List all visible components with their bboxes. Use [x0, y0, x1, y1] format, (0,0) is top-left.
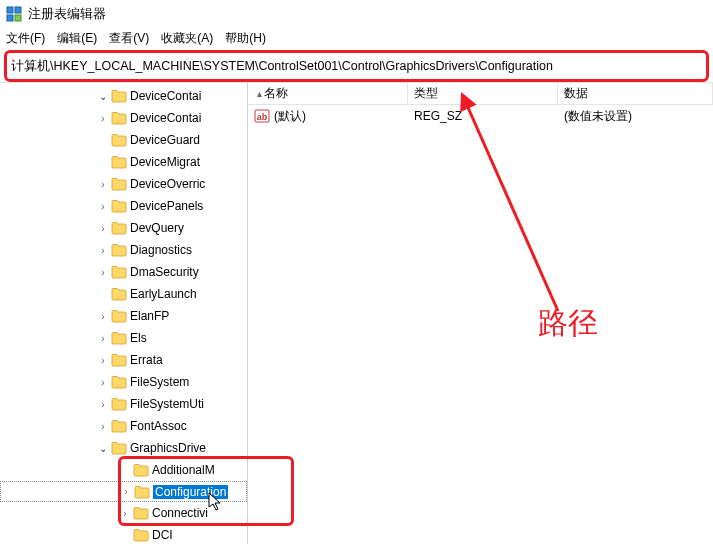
chevron-right-icon[interactable]: ›: [96, 355, 110, 366]
tree-item-earlylaunch[interactable]: ›EarlyLaunch: [0, 283, 247, 305]
values-pane[interactable]: ▴ 名称 类型 数据 ab (默认) REG_SZ (数值未设: [248, 83, 713, 544]
tree-item-label: GraphicsDrive: [130, 441, 206, 455]
menu-edit[interactable]: 编辑(E): [57, 30, 97, 47]
column-header-type[interactable]: 类型: [408, 83, 558, 104]
menu-favorites[interactable]: 收藏夹(A): [161, 30, 213, 47]
chevron-right-icon[interactable]: ›: [96, 399, 110, 410]
value-row[interactable]: ab (默认) REG_SZ (数值未设置): [248, 105, 713, 127]
value-name-cell: ab (默认): [248, 108, 408, 125]
string-value-icon: ab: [254, 108, 270, 124]
tree-item-filesystem[interactable]: ›FileSystem: [0, 371, 247, 393]
folder-icon: [133, 463, 149, 477]
folder-icon: [111, 155, 127, 169]
tree-item-fontassoc[interactable]: ›FontAssoc: [0, 415, 247, 437]
annotation-label: 路径: [538, 303, 598, 344]
tree-item-diagnostics[interactable]: ›Diagnostics: [0, 239, 247, 261]
folder-icon: [111, 441, 127, 455]
tree-item-deviceoverric[interactable]: ›DeviceOverric: [0, 173, 247, 195]
tree-item-deviceguard[interactable]: ›DeviceGuard: [0, 129, 247, 151]
chevron-right-icon[interactable]: ›: [118, 508, 132, 519]
folder-icon: [111, 375, 127, 389]
address-bar[interactable]: 计算机\HKEY_LOCAL_MACHINE\SYSTEM\ControlSet…: [11, 58, 702, 75]
folder-icon: [111, 287, 127, 301]
chevron-right-icon[interactable]: ›: [96, 333, 110, 344]
tree-item-label: DCI: [152, 528, 173, 542]
tree-item-devicecontai[interactable]: ›DeviceContai: [0, 107, 247, 129]
svg-rect-1: [15, 7, 21, 13]
tree-item-label: DevQuery: [130, 221, 184, 235]
folder-icon: [111, 199, 127, 213]
tree-item-label: AdditionalM: [152, 463, 215, 477]
title-bar: 注册表编辑器: [0, 0, 713, 28]
chevron-right-icon[interactable]: ›: [96, 311, 110, 322]
chevron-right-icon[interactable]: ›: [96, 245, 110, 256]
folder-icon: [111, 177, 127, 191]
tree-item-devicemigrat[interactable]: ›DeviceMigrat: [0, 151, 247, 173]
tree-pane[interactable]: ⌄DeviceContai›DeviceContai›DeviceGuard›D…: [0, 83, 248, 544]
folder-icon: [111, 353, 127, 367]
menu-file[interactable]: 文件(F): [6, 30, 45, 47]
annotation-arrow: [448, 91, 608, 341]
regedit-app-icon: [6, 6, 22, 22]
folder-icon: [133, 506, 149, 520]
chevron-right-icon[interactable]: ›: [96, 201, 110, 212]
tree-item-label: DmaSecurity: [130, 265, 199, 279]
chevron-right-icon[interactable]: ›: [96, 377, 110, 388]
tree-item-label: DeviceGuard: [130, 133, 200, 147]
tree-item-label: ElanFP: [130, 309, 169, 323]
chevron-right-icon[interactable]: ›: [119, 486, 133, 497]
folder-icon: [111, 331, 127, 345]
svg-rect-0: [7, 7, 13, 13]
tree-item-configuration[interactable]: ›Configuration: [0, 481, 247, 502]
column-headers: ▴ 名称 类型 数据: [248, 83, 713, 105]
tree-item-devicecontai[interactable]: ⌄DeviceContai: [0, 85, 247, 107]
tree-item-els[interactable]: ›Els: [0, 327, 247, 349]
tree-item-label: FontAssoc: [130, 419, 187, 433]
chevron-down-icon[interactable]: ⌄: [96, 91, 110, 102]
menu-view[interactable]: 查看(V): [109, 30, 149, 47]
folder-icon: [134, 485, 150, 499]
folder-icon: [111, 133, 127, 147]
tree-item-label: DevicePanels: [130, 199, 203, 213]
chevron-right-icon[interactable]: ›: [96, 113, 110, 124]
chevron-right-icon[interactable]: ›: [96, 179, 110, 190]
folder-icon: [111, 243, 127, 257]
tree-item-label: FileSystemUti: [130, 397, 204, 411]
column-header-name[interactable]: ▴ 名称: [248, 83, 408, 104]
tree-item-label: Configuration: [153, 485, 228, 499]
tree-item-label: DeviceContai: [130, 89, 201, 103]
tree-item-graphicsdrive[interactable]: ⌄GraphicsDrive: [0, 437, 247, 459]
column-header-data-label: 数据: [564, 85, 588, 102]
tree-item-dmasecurity[interactable]: ›DmaSecurity: [0, 261, 247, 283]
address-bar-annotation-box: 计算机\HKEY_LOCAL_MACHINE\SYSTEM\ControlSet…: [4, 50, 709, 82]
window-title: 注册表编辑器: [28, 5, 106, 23]
chevron-right-icon[interactable]: ›: [96, 267, 110, 278]
main-area: ⌄DeviceContai›DeviceContai›DeviceGuard›D…: [0, 82, 713, 544]
tree-item-dci[interactable]: ›DCI: [0, 524, 247, 544]
tree-item-elanfp[interactable]: ›ElanFP: [0, 305, 247, 327]
tree-item-label: Els: [130, 331, 147, 345]
folder-icon: [111, 111, 127, 125]
column-header-data[interactable]: 数据: [558, 83, 713, 104]
tree-item-label: DeviceContai: [130, 111, 201, 125]
folder-icon: [111, 309, 127, 323]
tree-item-label: DeviceMigrat: [130, 155, 200, 169]
chevron-right-icon[interactable]: ›: [96, 223, 110, 234]
menu-help[interactable]: 帮助(H): [225, 30, 266, 47]
tree-item-devicepanels[interactable]: ›DevicePanels: [0, 195, 247, 217]
svg-rect-3: [15, 15, 21, 21]
tree-item-additionalm[interactable]: ›AdditionalM: [0, 459, 247, 481]
tree-item-errata[interactable]: ›Errata: [0, 349, 247, 371]
menu-bar: 文件(F) 编辑(E) 查看(V) 收藏夹(A) 帮助(H): [0, 28, 713, 48]
folder-icon: [111, 221, 127, 235]
column-header-name-label: 名称: [264, 85, 288, 102]
tree-item-connectivi[interactable]: ›Connectivi: [0, 502, 247, 524]
svg-line-6: [466, 103, 558, 311]
chevron-right-icon[interactable]: ›: [96, 421, 110, 432]
tree-item-devquery[interactable]: ›DevQuery: [0, 217, 247, 239]
tree-item-filesystemuti[interactable]: ›FileSystemUti: [0, 393, 247, 415]
tree-item-label: Diagnostics: [130, 243, 192, 257]
value-data: (数值未设置): [558, 108, 713, 125]
folder-icon: [111, 265, 127, 279]
chevron-down-icon[interactable]: ⌄: [96, 443, 110, 454]
